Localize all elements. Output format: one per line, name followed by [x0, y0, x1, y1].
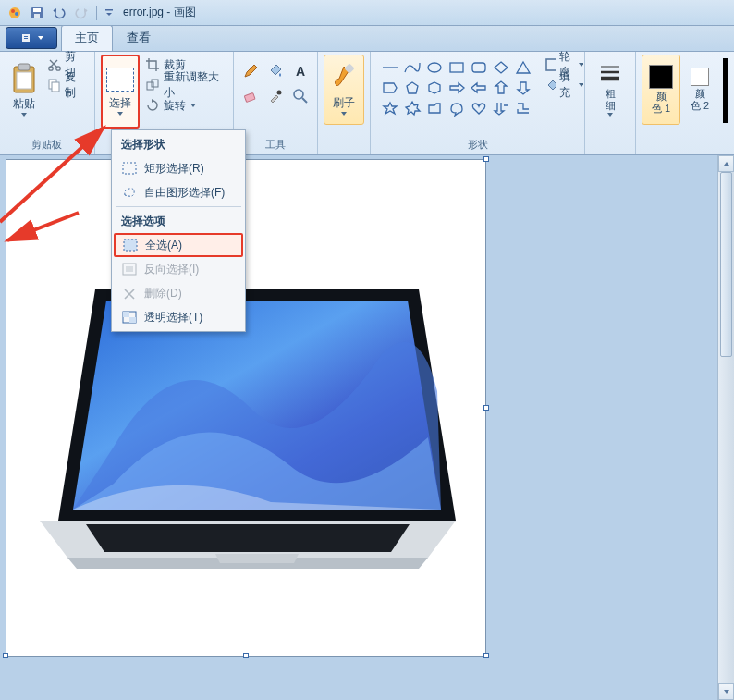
svg-marker-35	[495, 81, 507, 93]
color1-button[interactable]: 颜 色 1	[642, 55, 680, 125]
outline-icon	[544, 57, 556, 72]
paste-button[interactable]: 粘贴	[6, 55, 42, 125]
svg-point-1	[11, 9, 15, 13]
color-palette-edge	[723, 58, 728, 123]
transparent-icon	[120, 311, 139, 324]
svg-rect-50	[129, 317, 136, 323]
svg-marker-38	[406, 102, 420, 115]
select-dropdown-menu: 选择形状 矩形选择(R) 自由图形选择(F) 选择选项 全选(A) 反向选择(I…	[111, 129, 246, 332]
tab-view[interactable]: 查看	[113, 25, 165, 51]
group-size: 粗 细	[585, 52, 636, 154]
svg-point-25	[428, 63, 441, 72]
text-tool[interactable]: A	[289, 60, 312, 82]
copy-button[interactable]: 复制	[43, 75, 88, 95]
scroll-thumb[interactable]	[720, 172, 732, 357]
annotation-arrow-2	[0, 208, 83, 258]
window-title: error.jpg - 画图	[123, 5, 196, 20]
scroll-up-button[interactable]	[718, 155, 734, 172]
svg-rect-26	[450, 63, 463, 72]
svg-point-0	[9, 7, 20, 18]
redo-icon[interactable]	[74, 6, 89, 20]
group-brush: 刷子	[318, 52, 371, 154]
select-all-icon	[121, 239, 140, 252]
color2-swatch	[691, 68, 709, 86]
select-rect-icon	[106, 68, 134, 92]
paste-label: 粘贴	[13, 96, 35, 112]
brush-label: 刷子	[333, 95, 355, 111]
svg-rect-40	[546, 59, 556, 70]
size-icon	[598, 62, 622, 86]
svg-point-14	[56, 67, 60, 70]
svg-marker-39	[429, 104, 440, 113]
color1-label: 颜 色 1	[652, 91, 670, 115]
svg-rect-11	[18, 64, 30, 70]
group-shapes: 轮廓 填充 形状	[371, 52, 585, 154]
menu-select-all[interactable]: 全选(A)	[114, 233, 243, 257]
svg-rect-44	[123, 163, 136, 174]
eraser-tool[interactable]	[239, 85, 262, 107]
zoom-tool[interactable]	[289, 85, 312, 107]
svg-rect-16	[52, 82, 59, 92]
shape-fill-button[interactable]: 填充	[541, 75, 591, 95]
copy-label: 复制	[65, 69, 85, 101]
color2-button[interactable]: 颜 色 2	[680, 55, 719, 125]
svg-marker-36	[518, 82, 529, 94]
svg-rect-20	[244, 92, 255, 102]
rotate-button[interactable]: 旋转	[145, 95, 227, 116]
tools-group-label: 工具	[239, 136, 312, 153]
svg-rect-5	[34, 14, 40, 18]
dropdown-header-options: 选择选项	[114, 209, 243, 233]
group-tools: A 工具	[234, 52, 318, 154]
size-label: 粗 细	[606, 88, 616, 112]
svg-marker-32	[429, 82, 440, 93]
svg-point-2	[15, 12, 18, 16]
size-button[interactable]: 粗 细	[591, 55, 630, 125]
dropdown-header-shape: 选择形状	[114, 132, 243, 156]
svg-marker-31	[407, 82, 418, 93]
freeform-select-icon	[120, 186, 139, 199]
shapes-gallery[interactable]	[376, 55, 537, 119]
svg-rect-8	[24, 36, 28, 37]
menu-transparent-select[interactable]: 透明选择(T)	[114, 305, 243, 329]
svg-line-23	[302, 98, 307, 103]
svg-rect-47	[126, 266, 133, 272]
brush-button[interactable]: 刷子	[324, 55, 364, 125]
svg-marker-30	[384, 83, 397, 92]
scroll-down-button[interactable]	[718, 683, 734, 700]
group-colors: 颜 色 1 颜 色 2	[636, 52, 734, 154]
shapes-group-label: 形状	[376, 136, 579, 153]
vertical-scrollbar[interactable]	[717, 155, 734, 700]
undo-icon[interactable]	[52, 6, 67, 20]
fill-icon	[544, 78, 556, 92]
svg-marker-37	[384, 103, 397, 114]
menu-delete: 删除(D)	[114, 281, 243, 305]
tab-home[interactable]: 主页	[61, 25, 113, 51]
select-button[interactable]: 选择	[101, 55, 141, 129]
svg-point-22	[294, 90, 303, 99]
svg-text:A: A	[296, 64, 305, 79]
svg-rect-6	[105, 9, 113, 11]
file-menu-button[interactable]	[6, 27, 57, 49]
fill-tool[interactable]	[264, 60, 287, 82]
svg-rect-27	[472, 63, 485, 72]
menu-freeform-select[interactable]: 自由图形选择(F)	[114, 180, 243, 204]
resize-button[interactable]: 重新调整大小	[145, 75, 227, 95]
color2-label: 颜 色 2	[691, 88, 709, 112]
qat-dropdown-icon[interactable]	[104, 6, 114, 20]
svg-rect-45	[124, 239, 137, 251]
svg-marker-28	[495, 62, 508, 73]
resize-icon	[145, 78, 159, 92]
svg-rect-4	[33, 8, 41, 12]
color1-swatch	[649, 65, 673, 89]
menu-rect-select[interactable]: 矩形选择(R)	[114, 156, 243, 180]
svg-rect-49	[123, 312, 129, 317]
pencil-tool[interactable]	[239, 60, 262, 82]
picker-tool[interactable]	[264, 85, 287, 107]
save-icon[interactable]	[30, 6, 44, 20]
canvas-image	[31, 280, 465, 576]
rotate-label: 旋转	[164, 98, 186, 114]
clipboard-icon	[10, 63, 38, 94]
svg-marker-33	[450, 83, 464, 92]
rect-select-icon	[120, 162, 139, 175]
svg-point-21	[277, 91, 282, 95]
